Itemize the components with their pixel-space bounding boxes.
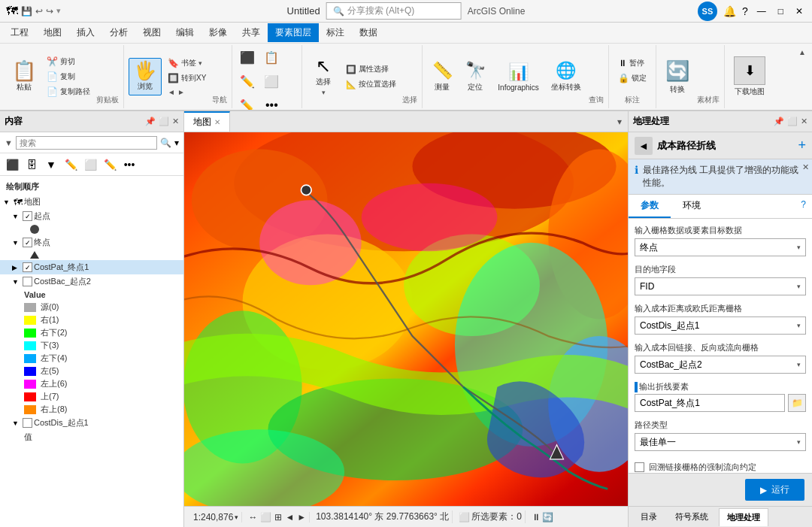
layer-btn-2[interactable]: 📋 <box>261 47 282 68</box>
start-expand-btn[interactable]: ▼ <box>12 213 21 220</box>
quick-access-more[interactable]: ▾ <box>56 6 61 16</box>
nav-arrows[interactable]: ◄ ► <box>165 86 209 98</box>
convert-button[interactable]: 🔄 转换 <box>661 56 694 98</box>
search-box[interactable]: 🔍 分享搜索 (Alt+Q) <box>326 2 462 20</box>
map-canvas[interactable] <box>184 132 628 506</box>
next-extent-icon[interactable]: ► <box>297 512 306 522</box>
geo-force-flow-checkbox[interactable] <box>635 462 644 472</box>
geo-help-btn[interactable]: ? <box>795 195 812 218</box>
pause-map-icon[interactable]: ⏸ <box>532 512 541 522</box>
geo-select-dest[interactable]: FID ▾ <box>635 277 806 295</box>
zoom-full-icon[interactable]: ⊞ <box>274 512 282 522</box>
quick-access-save[interactable]: 💾 <box>21 6 32 17</box>
bottom-tab-geoprocessing[interactable]: 地理处理 <box>719 508 768 526</box>
menu-item-imagery[interactable]: 影像 <box>201 23 235 42</box>
pause-button[interactable]: ⏸ 暂停 <box>614 56 651 70</box>
bottom-tab-symbology[interactable]: 符号系统 <box>668 508 716 525</box>
contents-tool-1[interactable]: ⬛ <box>3 156 21 174</box>
contents-tool-2[interactable]: 🗄 <box>23 156 41 174</box>
select-button[interactable]: ↖ 选择 ▾ <box>307 54 340 99</box>
contents-tool-4[interactable]: ✏️ <box>62 156 80 174</box>
cut-button[interactable]: ✂️ 剪切 <box>44 55 93 68</box>
geo-back-button[interactable]: ◄ <box>635 137 653 155</box>
contents-tool-6[interactable]: ✏️ <box>101 156 119 174</box>
start-checkbox[interactable]: ✓ <box>23 211 32 221</box>
location-select-button[interactable]: 📐 按位置选择 <box>343 77 399 91</box>
contents-tool-more[interactable]: ••• <box>120 156 138 174</box>
geo-select-path-type[interactable]: 最佳单一 ▾ <box>635 433 806 451</box>
map-tab-menu[interactable]: ▾ <box>611 117 628 127</box>
contents-tool-5[interactable]: ⬜ <box>81 156 99 174</box>
notification-icon[interactable]: 🔔 <box>723 5 736 17</box>
help-icon[interactable]: ? <box>742 5 748 17</box>
browse-button[interactable]: 🖐 浏览 <box>129 58 162 95</box>
menu-item-analysis[interactable]: 分析 <box>102 23 135 42</box>
menu-item-edit[interactable]: 编辑 <box>168 23 201 42</box>
coord-convert-button[interactable]: 🌐 坐标转换 <box>547 58 586 95</box>
layer-end[interactable]: ▼ ✓ 终点 <box>0 235 183 250</box>
map-tab[interactable]: 地图 ✕ <box>184 111 230 132</box>
map-expand-btn[interactable]: ▼ <box>3 198 12 206</box>
geo-tab-params[interactable]: 参数 <box>629 195 671 218</box>
map-tab-close[interactable]: ✕ <box>214 118 220 126</box>
ribbon-expand[interactable]: ▲ <box>795 45 809 108</box>
download-map-button[interactable]: ⬇ 下载地图 <box>729 53 771 100</box>
geo-select-input-raster[interactable]: 终点 ▾ <box>635 238 806 256</box>
maximize-button[interactable]: □ <box>775 6 786 17</box>
paste-button[interactable]: 📋 粘贴 <box>8 58 41 95</box>
layer-btn-3[interactable]: ✏️ <box>237 71 258 92</box>
geo-dock-icon[interactable]: ⬜ <box>787 117 798 126</box>
menu-item-data[interactable]: 数据 <box>352 23 385 42</box>
copy-button[interactable]: 📄 复制 <box>44 70 93 83</box>
layer-btn-6[interactable]: ••• <box>261 95 282 111</box>
quick-access-undo[interactable]: ↩ <box>35 6 43 17</box>
search-options-icon[interactable]: ▾ <box>174 138 179 148</box>
geo-output-input[interactable]: CostPat_终点1 <box>635 394 785 412</box>
geo-select-back-link[interactable]: CostBac_起点2 ▾ <box>635 356 806 374</box>
run-button[interactable]: ▶ 运行 <box>745 479 804 501</box>
sidebar-dock-icon[interactable]: ⬜ <box>159 117 169 126</box>
scale-item[interactable]: 1:240,876 ▾ <box>190 512 242 522</box>
costdis-checkbox[interactable] <box>23 418 32 428</box>
end-checkbox[interactable]: ✓ <box>23 238 32 247</box>
minimize-button[interactable]: — <box>754 6 769 17</box>
select-features-icon[interactable]: ⬜ <box>459 512 470 522</box>
goto-xy-button[interactable]: 🔲 转到XY <box>165 71 209 85</box>
costpat-checkbox[interactable]: ✓ <box>23 262 32 272</box>
sidebar-close-icon[interactable]: ✕ <box>172 117 179 126</box>
layer-btn-5[interactable]: ✏️ <box>237 95 258 111</box>
geo-info-close-btn[interactable]: ✕ <box>802 162 809 172</box>
menu-item-project[interactable]: 工程 <box>3 23 36 42</box>
infographics-button[interactable]: 📊 Infographics <box>493 59 543 95</box>
attr-select-button[interactable]: 🔲 属性选择 <box>343 62 399 76</box>
bookmark-button[interactable]: 🔖 书签 ▾ <box>165 56 209 70</box>
menu-item-map[interactable]: 地图 <box>36 23 69 42</box>
geo-add-button[interactable]: + <box>798 138 806 153</box>
menu-item-share[interactable]: 共享 <box>235 23 268 42</box>
layer-btn-4[interactable]: ⬜ <box>261 71 282 92</box>
layer-costdis[interactable]: ▼ CostDis_起点1 <box>0 416 183 430</box>
layer-costbac[interactable]: ▼ CostBac_起点2 <box>0 274 183 289</box>
contents-tool-3[interactable]: ▼ <box>42 156 60 174</box>
geo-pin-icon[interactable]: 📌 <box>774 117 784 126</box>
layer-costpat[interactable]: ▶ ✓ CostPat_终点1 <box>0 260 183 274</box>
copy-path-button[interactable]: 📄 复制路径 <box>44 85 93 98</box>
costbac-checkbox[interactable] <box>23 277 32 286</box>
costpat-expand-btn[interactable]: ▶ <box>12 264 21 271</box>
layer-btn-1[interactable]: ⬛ <box>237 47 258 68</box>
contents-search-input[interactable] <box>16 136 157 150</box>
prev-extent-icon[interactable]: ◄ <box>285 512 294 522</box>
geo-select-cost-dist[interactable]: CostDis_起点1 ▾ <box>635 317 806 335</box>
refresh-icon[interactable]: 🔄 <box>542 512 553 522</box>
geo-output-folder-btn[interactable]: 📁 <box>788 394 806 412</box>
menu-item-insert[interactable]: 插入 <box>69 23 102 42</box>
menu-item-feature-layer[interactable]: 要素图层 <box>268 23 319 42</box>
lock-button[interactable]: 🔒 锁定 <box>614 71 651 85</box>
geo-tab-env[interactable]: 环境 <box>671 195 713 218</box>
menu-item-view[interactable]: 视图 <box>135 23 168 42</box>
quick-access-redo[interactable]: ↪ <box>46 6 53 17</box>
end-expand-btn[interactable]: ▼ <box>12 239 21 247</box>
search-submit-icon[interactable]: 🔍 <box>160 138 171 148</box>
locate-button[interactable]: 🔭 定位 <box>460 58 490 95</box>
extent-icon[interactable]: ⬜ <box>260 512 271 522</box>
